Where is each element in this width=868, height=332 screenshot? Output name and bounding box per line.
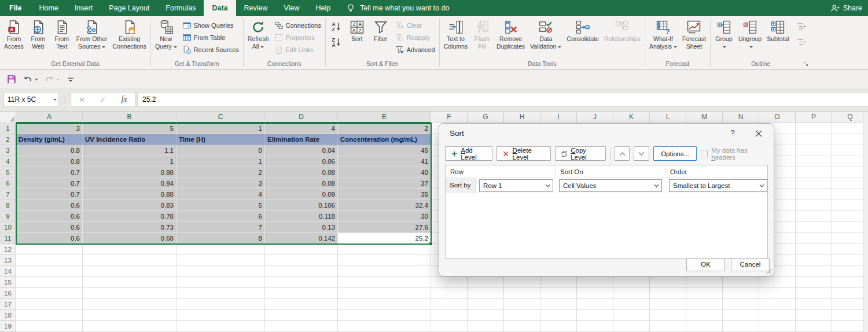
cell-O19[interactable] xyxy=(759,321,796,332)
cell-A14[interactable] xyxy=(16,266,83,277)
ribbon-refresh-all-button[interactable]: RefreshAll xyxy=(245,18,271,50)
cell-Q4[interactable] xyxy=(832,156,863,167)
cell-G18[interactable] xyxy=(468,310,504,321)
cell-A15[interactable] xyxy=(16,277,83,288)
cell-F18[interactable] xyxy=(431,310,468,321)
row-header-15[interactable]: 15 xyxy=(0,277,16,288)
cell-Q16[interactable] xyxy=(832,288,863,299)
cell-P19[interactable] xyxy=(796,321,832,332)
cell-K19[interactable] xyxy=(613,321,650,332)
cell-N18[interactable] xyxy=(723,310,759,321)
cell-Q6[interactable] xyxy=(832,178,863,189)
cell-D5[interactable]: 0.08 xyxy=(265,167,338,178)
cell-H17[interactable] xyxy=(504,299,540,310)
cell-Q9[interactable] xyxy=(832,211,863,222)
column-header-H[interactable]: H xyxy=(504,112,540,123)
move-level-up-button[interactable] xyxy=(615,146,630,161)
tab-insert[interactable]: Insert xyxy=(67,0,101,16)
cell-Q7[interactable] xyxy=(832,189,863,200)
move-level-down-button[interactable] xyxy=(634,146,649,161)
cell-D4[interactable]: 0.06 xyxy=(265,156,338,167)
cell-I16[interactable] xyxy=(540,288,577,299)
cell-F15[interactable] xyxy=(431,277,468,288)
tab-data[interactable]: Data xyxy=(204,0,236,16)
cell-D7[interactable]: 0.09 xyxy=(265,189,338,200)
cell-C18[interactable] xyxy=(176,310,265,321)
cell-A16[interactable] xyxy=(16,288,83,299)
ribbon-new-query-button[interactable]: NewQuery xyxy=(153,18,179,50)
cell-N17[interactable] xyxy=(723,299,759,310)
cell-G19[interactable] xyxy=(468,321,504,332)
cell-B11[interactable]: 0.68 xyxy=(83,233,176,244)
vertical-scrollbar[interactable] xyxy=(863,112,868,332)
cell-P8[interactable] xyxy=(796,200,832,211)
cell-M15[interactable] xyxy=(686,277,723,288)
ribbon-az-down-button[interactable]: AZ xyxy=(329,20,344,34)
cell-B3[interactable]: 1.1 xyxy=(83,145,176,156)
row-header-14[interactable]: 14 xyxy=(0,266,16,277)
cell-K18[interactable] xyxy=(613,310,650,321)
cell-Q2[interactable] xyxy=(832,134,863,145)
cell-P12[interactable] xyxy=(796,244,832,255)
customize-qat-button[interactable] xyxy=(64,72,78,86)
row-header-19[interactable]: 19 xyxy=(0,321,16,332)
ribbon-filter-button[interactable]: Filter xyxy=(369,18,392,43)
cell-B17[interactable] xyxy=(83,299,176,310)
cell-K15[interactable] xyxy=(613,277,650,288)
cell-D11[interactable]: 0.142 xyxy=(265,233,338,244)
cell-B6[interactable]: 0.94 xyxy=(83,178,176,189)
ribbon-remove-duplicates-button[interactable]: RemoveDuplicates xyxy=(494,18,527,50)
cell-O16[interactable] xyxy=(759,288,796,299)
cell-P17[interactable] xyxy=(796,299,832,310)
ribbon-text-to-columns-button[interactable]: Text toColumns xyxy=(442,18,470,50)
cell-A9[interactable]: 0.6 xyxy=(16,211,83,222)
cell-P1[interactable] xyxy=(796,123,832,134)
cell-O18[interactable] xyxy=(759,310,796,321)
dialog-launcher-icon[interactable] xyxy=(803,61,810,68)
cell-P11[interactable] xyxy=(796,233,832,244)
cell-E14[interactable] xyxy=(338,266,431,277)
cell-C6[interactable]: 3 xyxy=(176,178,265,189)
cell-C8[interactable]: 5 xyxy=(176,200,265,211)
cell-E15[interactable] xyxy=(338,277,431,288)
cell-E2[interactable]: Concenteration (mg/mL) xyxy=(338,134,431,145)
cell-D9[interactable]: 0.118 xyxy=(265,211,338,222)
cell-C2[interactable]: Time (H) xyxy=(176,134,265,145)
cell-O17[interactable] xyxy=(759,299,796,310)
row-header-4[interactable]: 4 xyxy=(0,156,16,167)
ribbon-from-access-button[interactable]: AFromAccess xyxy=(2,18,26,50)
cell-N15[interactable] xyxy=(723,277,759,288)
ribbon-show-queries-button[interactable]: Show Queries xyxy=(180,19,241,31)
cell-G15[interactable] xyxy=(468,277,504,288)
cell-D17[interactable] xyxy=(265,299,338,310)
cell-C17[interactable] xyxy=(176,299,265,310)
cell-F16[interactable] xyxy=(431,288,468,299)
cell-C11[interactable]: 8 xyxy=(176,233,265,244)
cell-B10[interactable]: 0.73 xyxy=(83,222,176,233)
formula-input[interactable]: 25.2 xyxy=(137,92,868,107)
cell-P5[interactable] xyxy=(796,167,832,178)
sort-order-dropdown[interactable]: Smallest to Largest xyxy=(669,179,767,192)
ribbon-data-validation-button[interactable]: DataValidation xyxy=(528,18,564,50)
ribbon-from-other-sources-button[interactable]: From OtherSources xyxy=(74,18,110,50)
cell-E10[interactable]: 27.6 xyxy=(338,222,431,233)
select-all-corner[interactable] xyxy=(0,112,16,123)
cell-E18[interactable] xyxy=(338,310,431,321)
cell-E16[interactable] xyxy=(338,288,431,299)
cell-C13[interactable] xyxy=(176,255,265,266)
cell-E13[interactable] xyxy=(338,255,431,266)
cell-Q5[interactable] xyxy=(832,167,863,178)
column-header-I[interactable]: I xyxy=(540,112,577,123)
cell-C4[interactable]: 1 xyxy=(176,156,265,167)
cell-D10[interactable]: 0.13 xyxy=(265,222,338,233)
cell-E4[interactable]: 41 xyxy=(338,156,431,167)
cell-P2[interactable] xyxy=(796,134,832,145)
column-header-N[interactable]: N xyxy=(723,112,759,123)
undo-button[interactable] xyxy=(21,72,40,86)
cell-P18[interactable] xyxy=(796,310,832,321)
cell-H19[interactable] xyxy=(504,321,540,332)
cell-D16[interactable] xyxy=(265,288,338,299)
ribbon-from-table-button[interactable]: From Table xyxy=(180,31,241,43)
cell-D13[interactable] xyxy=(265,255,338,266)
enter-entry-icon[interactable]: ✓ xyxy=(94,95,112,104)
